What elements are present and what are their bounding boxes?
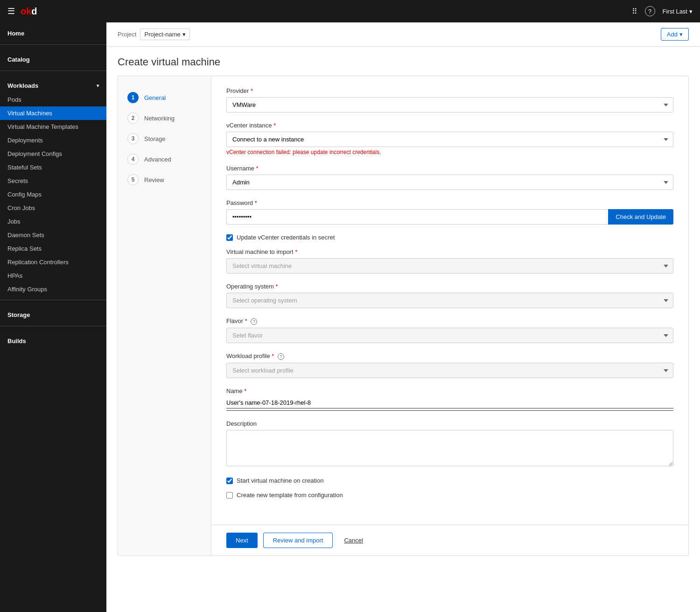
username-select[interactable]: Admin bbox=[226, 175, 673, 190]
logo-red: ok bbox=[21, 6, 31, 16]
workload-help-icon[interactable]: ? bbox=[278, 353, 284, 360]
step-circle-2: 2 bbox=[127, 113, 139, 124]
logo-white: d bbox=[31, 6, 37, 16]
project-label: Project bbox=[118, 31, 136, 38]
step-label-5: Review bbox=[144, 176, 164, 183]
step-item-storage[interactable]: 3Storage bbox=[118, 128, 211, 149]
app-logo: okd bbox=[21, 6, 37, 17]
step-item-general[interactable]: 1General bbox=[118, 87, 211, 108]
project-selector[interactable]: Project-name ▾ bbox=[140, 28, 189, 40]
step-label-1: General bbox=[144, 94, 166, 101]
sidebar-home[interactable]: Home bbox=[0, 22, 106, 41]
user-menu[interactable]: First Last ▾ bbox=[663, 8, 693, 15]
top-navigation: ☰ okd ⠿ ? First Last ▾ bbox=[0, 0, 700, 22]
start-vm-label[interactable]: Start virtual machine on creation bbox=[237, 477, 323, 484]
add-button[interactable]: Add ▾ bbox=[661, 28, 689, 41]
os-required: * bbox=[276, 283, 278, 290]
flavor-label: Flavor * ? bbox=[226, 317, 673, 325]
provider-select[interactable]: VMWare bbox=[226, 97, 673, 113]
step-item-review[interactable]: 5Review bbox=[118, 169, 211, 190]
sidebar-item-daemon-sets[interactable]: Daemon Sets bbox=[0, 228, 106, 242]
check-update-button[interactable]: Check and Update bbox=[608, 209, 673, 225]
sidebar-item-label: Replication Controllers bbox=[7, 259, 69, 266]
sidebar-item-replica-sets[interactable]: Replica Sets bbox=[0, 242, 106, 255]
description-input[interactable] bbox=[226, 430, 673, 466]
step-item-networking[interactable]: 2Networking bbox=[118, 108, 211, 128]
description-label: Description bbox=[226, 420, 673, 427]
sidebar-item-replication-controllers[interactable]: Replication Controllers bbox=[0, 255, 106, 269]
sidebar-storage[interactable]: Storage bbox=[0, 304, 106, 322]
sidebar-item-label: Jobs bbox=[7, 218, 20, 225]
password-input-wrap bbox=[226, 209, 608, 225]
username-required: * bbox=[256, 165, 259, 172]
os-select[interactable]: Select operating system bbox=[226, 293, 673, 308]
sidebar-item-virtual-machines[interactable]: Virtual Machines bbox=[0, 106, 106, 120]
nav-icons: ⠿ ? First Last ▾ bbox=[632, 6, 693, 16]
name-group: Name * bbox=[226, 387, 673, 411]
step-label-3: Storage bbox=[144, 135, 166, 142]
sidebar-builds[interactable]: Builds bbox=[0, 330, 106, 348]
sidebar: Home Catalog Workloads ▾ PodsVirtual Mac… bbox=[0, 22, 106, 612]
help-icon[interactable]: ? bbox=[645, 6, 655, 16]
step-circle-4: 4 bbox=[127, 154, 139, 165]
provider-label: Provider * bbox=[226, 87, 673, 94]
create-template-checkbox[interactable] bbox=[226, 492, 233, 499]
sidebar-item-virtual-machine-templates[interactable]: Virtual Machine Templates bbox=[0, 120, 106, 134]
next-button[interactable]: Next bbox=[226, 533, 258, 548]
sidebar-item-label: Deployments bbox=[7, 137, 43, 144]
steps-panel: 1General2Networking3Storage4Advanced5Rev… bbox=[118, 76, 211, 556]
grid-icon[interactable]: ⠿ bbox=[632, 7, 637, 16]
update-credentials-checkbox[interactable] bbox=[226, 234, 233, 241]
sidebar-item-label: Affinity Groups bbox=[7, 286, 47, 293]
user-chevron: ▾ bbox=[689, 8, 693, 15]
sidebar-item-jobs[interactable]: Jobs bbox=[0, 215, 106, 228]
sidebar-item-label: Pods bbox=[7, 96, 21, 103]
hamburger-menu[interactable]: ☰ bbox=[7, 6, 15, 16]
flavor-select[interactable]: Selet flavor bbox=[226, 328, 673, 343]
sidebar-item-deployment-configs[interactable]: Deployment Configs bbox=[0, 147, 106, 161]
vm-import-required: * bbox=[295, 248, 297, 255]
review-import-button[interactable]: Review and import bbox=[263, 533, 333, 548]
workload-label: Workload profile * ? bbox=[226, 352, 673, 360]
start-vm-row: Start virtual machine on creation bbox=[226, 477, 673, 484]
create-template-label[interactable]: Create new template from configuration bbox=[237, 492, 343, 499]
sidebar-item-hpas[interactable]: HPAs bbox=[0, 269, 106, 282]
sidebar-item-label: Cron Jobs bbox=[7, 204, 35, 211]
main-layout: Home Catalog Workloads ▾ PodsVirtual Mac… bbox=[0, 22, 700, 612]
sidebar-item-stateful-sets[interactable]: Stateful Sets bbox=[0, 161, 106, 174]
divider-2 bbox=[0, 70, 106, 71]
main-content: Project Project-name ▾ Add ▾ Create virt… bbox=[106, 22, 700, 612]
password-input[interactable] bbox=[226, 209, 608, 225]
os-label: Operating system * bbox=[226, 283, 673, 290]
sidebar-item-deployments[interactable]: Deployments bbox=[0, 134, 106, 147]
sidebar-workloads[interactable]: Workloads ▾ bbox=[0, 75, 106, 93]
cancel-button[interactable]: Cancel bbox=[338, 533, 368, 548]
username-group: Username * Admin bbox=[226, 165, 673, 190]
flavor-help-icon[interactable]: ? bbox=[251, 318, 257, 325]
sidebar-catalog[interactable]: Catalog bbox=[0, 49, 106, 67]
vm-import-select[interactable]: Select virtual machine bbox=[226, 258, 673, 274]
provider-required: * bbox=[251, 87, 253, 94]
sidebar-item-config-maps[interactable]: Config Maps bbox=[0, 188, 106, 201]
flavor-required: * bbox=[245, 317, 247, 324]
start-vm-checkbox[interactable] bbox=[226, 478, 233, 484]
flavor-group: Flavor * ? Selet flavor bbox=[226, 317, 673, 343]
os-group: Operating system * Select operating syst… bbox=[226, 283, 673, 308]
sidebar-item-affinity-groups[interactable]: Affinity Groups bbox=[0, 282, 106, 296]
project-name: Project-name bbox=[144, 31, 180, 38]
step-label-4: Advanced bbox=[144, 156, 171, 163]
page-title: Create virtual machine bbox=[106, 47, 700, 76]
update-credentials-label[interactable]: Update vCenter credentials in secret bbox=[237, 234, 335, 241]
step-item-advanced[interactable]: 4Advanced bbox=[118, 149, 211, 169]
name-required: * bbox=[244, 387, 246, 394]
sidebar-item-label: Deployment Configs bbox=[7, 150, 62, 157]
name-input[interactable] bbox=[226, 397, 673, 408]
sidebar-item-secrets[interactable]: Secrets bbox=[0, 174, 106, 188]
sidebar-item-pods[interactable]: Pods bbox=[0, 93, 106, 106]
sidebar-item-label: Daemon Sets bbox=[7, 232, 44, 239]
vcenter-select[interactable]: Connect to a new instance bbox=[226, 132, 673, 147]
workload-select[interactable]: Select workload profile bbox=[226, 363, 673, 378]
vcenter-error: vCenter connection failed: please update… bbox=[226, 149, 673, 155]
sidebar-item-cron-jobs[interactable]: Cron Jobs bbox=[0, 201, 106, 215]
vcenter-group: vCenter instance * Connect to a new inst… bbox=[226, 122, 673, 155]
